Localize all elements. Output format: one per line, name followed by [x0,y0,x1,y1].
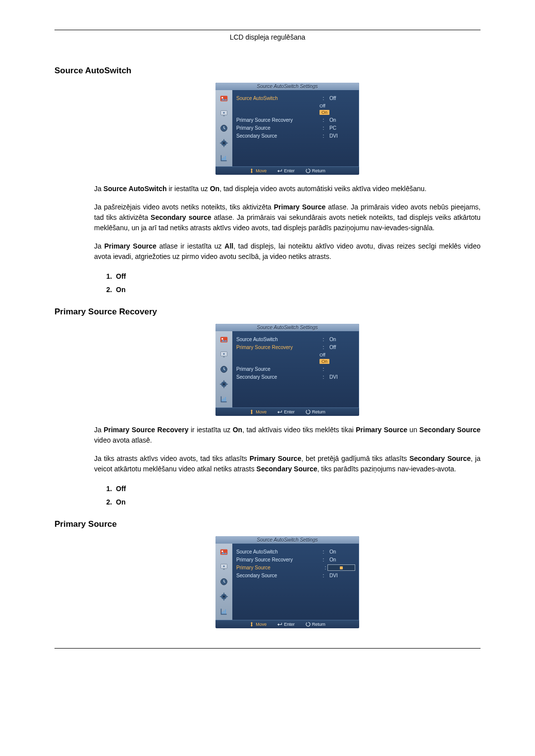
svg-point-16 [221,338,223,340]
gear-icon[interactable] [218,591,229,602]
osd-value: On [325,337,355,342]
osd-row-label: Primary Source Recovery [236,345,321,350]
chart-icon[interactable] [218,152,229,163]
svg-rect-24 [223,387,224,388]
clock-icon[interactable] [218,364,229,375]
screen-icon[interactable] [218,349,229,360]
gear-icon[interactable] [218,379,229,390]
osd-colon: : [321,337,325,342]
clock-icon[interactable] [218,576,229,587]
osd-row[interactable]: Source AutoSwitch:On [236,335,355,343]
osd-row[interactable]: Primary Source:PC [236,124,355,132]
screen-icon[interactable] [218,561,229,572]
paragraph: Ja pašreizējais video avots netiks notei… [94,202,481,233]
svg-point-22 [223,383,225,385]
osd-row[interactable]: Primary Source Recovery:Off [236,343,355,351]
svg-point-31 [221,551,223,552]
osd-dropdown[interactable]: OffOn [236,103,355,116]
paragraph: Ja Source AutoSwitch ir iestatīta uz On,… [94,184,481,194]
osd-row[interactable]: Primary Source Recovery:On [236,555,355,563]
clock-icon[interactable] [218,123,229,134]
osd-colon: : [321,117,325,123]
svg-point-4 [223,112,224,113]
osd-row[interactable]: Primary Source: [236,563,355,571]
svg-rect-26 [226,384,228,385]
osd-row-label: Primary Source Recovery [236,117,321,123]
list-item: On [114,283,481,297]
paragraph: Ja Primary Source atlase ir iestatīta uz… [94,241,481,262]
osd-row[interactable]: Secondary Source:DVI [236,132,355,140]
osd-value-box[interactable] [327,564,355,571]
osd-colon: : [321,549,325,554]
osd-colon: : [321,125,325,131]
top-rule [54,30,481,30]
osd-footer: MoveEnterReturn [215,166,359,175]
gear-icon[interactable] [218,138,229,149]
osd-row[interactable]: Primary Source Recovery:On [236,116,355,124]
screen-icon[interactable] [218,108,229,119]
svg-rect-29 [225,397,226,402]
osd-colon: : [321,96,325,101]
osd-option[interactable]: Off [236,103,355,109]
osd-title: Source AutoSwitch Settings [215,536,359,544]
svg-rect-23 [223,380,224,382]
osd-colon: : [321,557,325,562]
chart-icon[interactable] [218,606,229,617]
list-item: On [114,496,481,509]
osd-value: Off [325,96,355,101]
osd-foot-enter: Enter [277,622,295,627]
osd-footer: MoveEnterReturn [215,407,359,416]
osd-row[interactable]: Source AutoSwitch:On [236,548,355,555]
osd-row[interactable]: Primary Source: [236,365,355,373]
osd-row[interactable]: Source AutoSwitch:Off [236,94,355,102]
picture-icon[interactable] [218,93,229,104]
osd-foot-return: Return [306,622,325,627]
svg-point-7 [223,142,225,144]
osd-icon-column [215,90,232,166]
page-header: LCD displeja regulēšana [54,33,481,41]
svg-point-1 [221,97,223,99]
svg-rect-41 [226,597,228,598]
osd-icon-column [215,331,232,407]
osd-foot-enter: Enter [277,168,295,173]
svg-rect-12 [222,158,223,160]
osd-row-label: Secondary Source [236,133,321,139]
svg-rect-43 [223,611,224,614]
osd-footer: MoveEnterReturn [215,620,359,628]
osd-option-selected[interactable]: On [236,358,355,365]
osd-option-selected[interactable]: On [236,109,355,116]
osd-row-label: Source AutoSwitch [236,337,321,342]
picture-icon[interactable] [218,334,229,345]
svg-rect-40 [220,597,221,598]
osd-colon: : [323,565,327,570]
osd-row-label: Secondary Source [236,374,321,380]
osd-option[interactable]: Off [236,352,355,358]
osd-row-label: Primary Source [236,125,321,131]
osd-row-label: Source AutoSwitch [236,549,321,554]
osd-row-label: Secondary Source [236,573,321,578]
svg-rect-3 [223,115,224,116]
option-list: OffOn [114,270,481,296]
osd-foot-return: Return [306,168,325,173]
svg-rect-9 [223,146,224,147]
section-title: Primary Source [54,519,481,529]
osd-dropdown[interactable]: OffOn [236,352,355,365]
osd-foot-return: Return [306,409,325,414]
osd-foot-enter: Enter [277,409,295,414]
osd-value: On [325,557,355,562]
list-item: Off [114,270,481,283]
osd-rows: Source AutoSwitch:OnPrimary Source Recov… [232,331,359,407]
chart-icon[interactable] [218,394,229,404]
osd-row-label: Primary Source [236,565,323,570]
osd-row[interactable]: Secondary Source:DVI [236,571,355,579]
picture-icon[interactable] [218,547,229,557]
osd-colon: : [321,366,325,372]
option-list: OffOn [114,482,481,508]
osd-value: DVI [325,573,355,578]
osd-value: On [325,549,355,554]
svg-rect-28 [223,399,224,402]
paragraph: Ja tiks atrasts aktīvs video avots, tad … [94,454,481,474]
svg-rect-38 [223,593,224,594]
osd-panel: Source AutoSwitch SettingsSource AutoSwi… [215,536,359,628]
osd-row[interactable]: Secondary Source:DVI [236,373,355,381]
